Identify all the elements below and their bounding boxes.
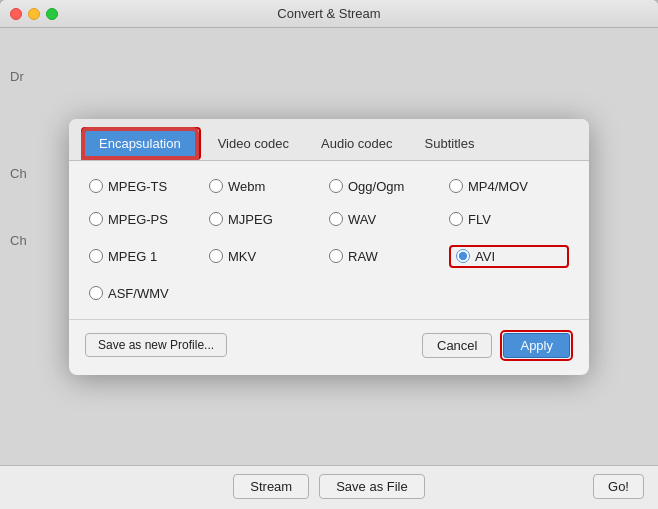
radio-avi[interactable]: AVI [449, 245, 569, 268]
stream-button[interactable]: Stream [233, 474, 309, 499]
titlebar: Convert & Stream [0, 0, 658, 28]
radio-raw-label: RAW [348, 249, 378, 264]
radio-flv[interactable]: FLV [449, 212, 569, 227]
radio-asf-wmv-label: ASF/WMV [108, 286, 169, 301]
bg-label-dr: Dr [10, 69, 648, 84]
radio-flv-label: FLV [468, 212, 491, 227]
radio-mkv[interactable]: MKV [209, 245, 329, 268]
radio-mpeg-ts-label: MPEG-TS [108, 179, 167, 194]
encapsulation-tab-wrapper: Encapsulation [81, 127, 201, 160]
tab-encapsulation[interactable]: Encapsulation [83, 129, 197, 158]
close-button[interactable] [10, 8, 22, 20]
traffic-lights [10, 8, 58, 20]
minimize-button[interactable] [28, 8, 40, 20]
radio-mp4-mov-label: MP4/MOV [468, 179, 528, 194]
radio-webm[interactable]: Webm [209, 179, 329, 194]
radio-asf-wmv[interactable]: ASF/WMV [89, 286, 209, 301]
radio-mpeg1-label: MPEG 1 [108, 249, 157, 264]
radio-grid: MPEG-TS Webm Ogg/Ogm MP4/MOV MPEG- [69, 161, 589, 319]
maximize-button[interactable] [46, 8, 58, 20]
window-title: Convert & Stream [277, 6, 380, 21]
radio-mkv-label: MKV [228, 249, 256, 264]
convert-stream-dialog: Encapsulation Video codec Audio codec Su… [69, 119, 589, 375]
radio-webm-label: Webm [228, 179, 265, 194]
main-window: Convert & Stream Dr Ch Ch Encapsulation … [0, 0, 658, 509]
radio-ogg-ogm-label: Ogg/Ogm [348, 179, 404, 194]
apply-button-wrapper: Apply [500, 330, 573, 361]
save-as-file-button[interactable]: Save as File [319, 474, 425, 499]
radio-wav[interactable]: WAV [329, 212, 449, 227]
footer-right: Cancel Apply [422, 330, 573, 361]
dialog-footer: Save as new Profile... Cancel Apply [69, 319, 589, 375]
tab-subtitles[interactable]: Subtitles [410, 130, 490, 156]
tab-video-codec[interactable]: Video codec [203, 130, 304, 156]
radio-raw[interactable]: RAW [329, 245, 449, 268]
radio-wav-label: WAV [348, 212, 376, 227]
radio-mpeg1[interactable]: MPEG 1 [89, 245, 209, 268]
radio-mpeg-ps[interactable]: MPEG-PS [89, 212, 209, 227]
radio-mpeg-ps-label: MPEG-PS [108, 212, 168, 227]
radio-mp4-mov[interactable]: MP4/MOV [449, 179, 569, 194]
main-content: Dr Ch Ch Encapsulation Video codec Audio… [0, 28, 658, 465]
radio-avi-label: AVI [475, 249, 495, 264]
radio-mjpeg[interactable]: MJPEG [209, 212, 329, 227]
window-bottom-bar: Stream Save as File Go! [0, 465, 658, 509]
radio-mjpeg-label: MJPEG [228, 212, 273, 227]
tabs-row: Encapsulation Video codec Audio codec Su… [69, 119, 589, 161]
go-button[interactable]: Go! [593, 474, 644, 499]
cancel-button[interactable]: Cancel [422, 333, 492, 358]
radio-ogg-ogm[interactable]: Ogg/Ogm [329, 179, 449, 194]
save-profile-button[interactable]: Save as new Profile... [85, 333, 227, 357]
radio-mpeg-ts[interactable]: MPEG-TS [89, 179, 209, 194]
apply-button[interactable]: Apply [503, 333, 570, 358]
tab-audio-codec[interactable]: Audio codec [306, 130, 408, 156]
